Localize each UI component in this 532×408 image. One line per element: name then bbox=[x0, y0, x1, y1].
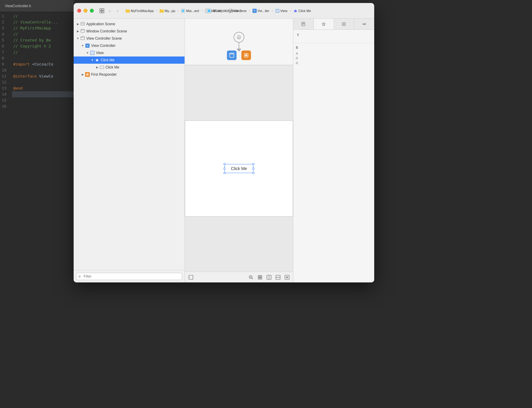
maximize-button[interactable] bbox=[90, 9, 94, 13]
view-controller-canvas: Click Me bbox=[185, 120, 293, 217]
canvas-top bbox=[185, 19, 293, 65]
scene-item-vc[interactable]: ▼ V View Controller bbox=[74, 42, 185, 49]
scene-item-vc-scene[interactable]: ▼ View Controller Scene bbox=[74, 35, 185, 42]
breadcrumb-vc-label: Vie...ller bbox=[258, 9, 270, 13]
scene-icon-vc: V bbox=[85, 43, 90, 48]
code-line-13: @end bbox=[12, 85, 74, 91]
breadcrumb-sep-1: › bbox=[156, 9, 157, 12]
window-controller-icon bbox=[227, 50, 237, 60]
scene-app-label: Application Scene bbox=[86, 22, 115, 26]
tab-attributes-inspector[interactable] bbox=[314, 19, 334, 29]
code-line-2: // ViewControlle... bbox=[12, 19, 74, 25]
scene-first-responder-label: First Responder bbox=[91, 72, 117, 77]
svg-rect-10 bbox=[207, 9, 210, 12]
scene-item-application[interactable]: ▶ Application Scene bbox=[74, 20, 185, 28]
panel-toggle-button[interactable] bbox=[187, 274, 194, 281]
code-line-9: #import <Cocoa/Co bbox=[12, 61, 74, 67]
button-icon-bc bbox=[293, 9, 298, 13]
line-numbers: 1 2 3 4 5 6 7 8 9 10 11 12 13 14 15 16 bbox=[0, 12, 12, 408]
breadcrumb-sep-5: › bbox=[249, 9, 250, 12]
breadcrumb-click-me-label: Click Me bbox=[298, 9, 311, 13]
svg-rect-12 bbox=[81, 23, 84, 24]
grid-view-button[interactable] bbox=[99, 8, 105, 14]
filter-input[interactable] bbox=[76, 273, 182, 280]
code-line-6: // Copyright © 2 bbox=[12, 43, 74, 49]
svg-rect-42 bbox=[302, 22, 305, 26]
storyboard-title-icon bbox=[206, 8, 211, 13]
svg-rect-2 bbox=[100, 11, 102, 13]
svg-rect-1 bbox=[102, 9, 104, 11]
split-v-button[interactable] bbox=[274, 274, 282, 281]
close-button[interactable] bbox=[77, 9, 81, 13]
zoom-reset-button[interactable] bbox=[247, 274, 255, 281]
disclosure-click-me: ▼ bbox=[90, 58, 94, 62]
svg-rect-22 bbox=[230, 53, 234, 54]
arrow-stem bbox=[239, 43, 239, 49]
svg-rect-3 bbox=[102, 11, 104, 13]
scene-item-click-me-sub[interactable]: ▶ Click Me bbox=[74, 64, 185, 71]
resize-handle-tl[interactable] bbox=[224, 163, 225, 165]
svg-rect-32 bbox=[260, 276, 262, 277]
editor-tab: ViewController.h bbox=[2, 4, 33, 8]
breadcrumb-vc[interactable]: V Vie...ller bbox=[251, 8, 271, 14]
code-line-7: // bbox=[12, 49, 74, 55]
click-me-canvas-button[interactable]: Click Me bbox=[225, 164, 253, 173]
resize-handle-tr[interactable] bbox=[252, 163, 254, 165]
svg-line-28 bbox=[252, 278, 253, 279]
window-title: Main.storyboard bbox=[213, 8, 241, 13]
scene-window-label: Window Controller Scene bbox=[86, 29, 127, 33]
scene-item-first-responder[interactable]: ▶ First Responder bbox=[74, 71, 185, 78]
scene-click-me-label: Click Me bbox=[101, 58, 115, 62]
forward-button[interactable]: › bbox=[114, 8, 121, 14]
disclosure-window: ▶ bbox=[76, 29, 80, 33]
resize-handle-bl[interactable] bbox=[224, 172, 225, 174]
breadcrumb-view[interactable]: View bbox=[274, 8, 289, 14]
disclosure-vc: ▼ bbox=[81, 44, 84, 47]
button-container: Click Me bbox=[225, 164, 253, 173]
tab-size-inspector[interactable] bbox=[334, 19, 354, 29]
code-line-10 bbox=[12, 67, 74, 73]
breadcrumb-sep-7: › bbox=[290, 9, 291, 12]
svg-rect-14 bbox=[81, 29, 84, 30]
disclosure-vc-scene: ▼ bbox=[76, 37, 80, 40]
scene-content[interactable]: ▶ Application Scene ▶ bbox=[74, 19, 185, 270]
breadcrumb-storyboard-label: Mai...ard bbox=[186, 9, 199, 13]
split-h-button[interactable] bbox=[265, 274, 273, 281]
svg-rect-26 bbox=[189, 275, 190, 279]
filter-wrapper: ⊕ bbox=[76, 273, 182, 280]
code-line-5: // Created by Be bbox=[12, 37, 74, 43]
sidebar-tab-bar bbox=[293, 19, 374, 30]
scene-icon-app bbox=[80, 22, 85, 26]
back-button[interactable]: ‹ bbox=[106, 8, 113, 14]
svg-rect-33 bbox=[258, 278, 260, 279]
zoom-to-fit-button[interactable] bbox=[256, 274, 264, 281]
scene-icon-vc-scene bbox=[80, 36, 85, 41]
filter-icon: ⊕ bbox=[78, 275, 81, 279]
breadcrumb-sep-3: › bbox=[201, 9, 202, 12]
breadcrumb-app[interactable]: MyFirstMacApp bbox=[124, 8, 155, 14]
tab-file-inspector[interactable] bbox=[293, 19, 314, 29]
resize-handle-ml[interactable] bbox=[224, 168, 225, 169]
canvas-toolbar bbox=[185, 272, 293, 282]
sidebar-attr-row-1: A bbox=[296, 52, 372, 55]
resize-handle-br[interactable] bbox=[252, 172, 254, 174]
code-line-16 bbox=[12, 103, 74, 109]
minimize-button[interactable] bbox=[84, 9, 87, 13]
breadcrumb-storyboard[interactable]: Mai...ard bbox=[180, 8, 200, 14]
breadcrumb-click-me[interactable]: Click Me bbox=[292, 8, 312, 14]
resize-handle-mr[interactable] bbox=[252, 168, 254, 169]
code-line-3: // MyFirstMacApp bbox=[12, 25, 74, 31]
arrow-circle bbox=[234, 32, 244, 43]
tab-connections-inspector[interactable] bbox=[354, 19, 375, 29]
sidebar-attr-row-3: R bbox=[296, 61, 372, 65]
add-editor-button[interactable] bbox=[283, 274, 291, 281]
svg-marker-17 bbox=[96, 59, 99, 62]
scene-navigator: ▶ Application Scene ▶ bbox=[74, 19, 185, 282]
scene-item-view[interactable]: ▼ View bbox=[74, 49, 185, 56]
view-icon-bc bbox=[275, 9, 280, 13]
scene-item-click-me[interactable]: ▼ Click Me bbox=[74, 56, 185, 64]
canvas-main: Click Me bbox=[185, 65, 293, 272]
sidebar-vc-label: S bbox=[296, 46, 372, 49]
scene-item-window[interactable]: ▶ Window Controller Scene bbox=[74, 28, 185, 35]
breadcrumb-pp[interactable]: My...pp bbox=[158, 8, 176, 14]
